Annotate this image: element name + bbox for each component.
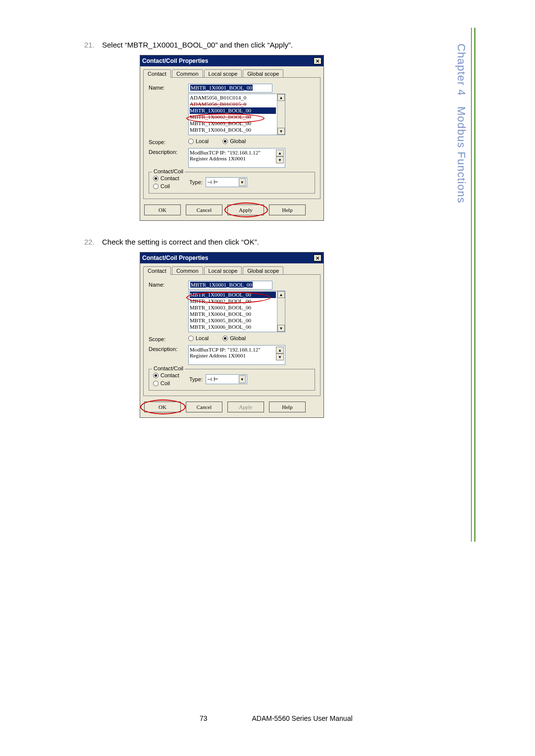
scroll-up-icon[interactable]: ▲ [276,347,284,353]
scope-label: Scope: [149,138,188,145]
type-dropdown[interactable]: ⊣ ⊢ ▼ [206,177,247,187]
help-button[interactable]: Help [269,402,306,412]
dialog-1: Contact/Coil Properties ✕ Contact Common… [140,55,324,221]
tab-global[interactable]: Global scope [243,69,283,78]
step-21: 21. Select “MBTR_1X0001_BOOL_00” and the… [84,41,436,49]
type-label: Type: [189,376,203,382]
type-dropdown[interactable]: ⊣ ⊢ ▼ [206,374,247,384]
tab-common[interactable]: Common [172,266,203,275]
chevron-down-icon[interactable]: ▼ [239,375,246,383]
contact-label: Contact [160,372,179,378]
list-item[interactable]: MBTR_1X0003_BOOL_00 [190,120,276,127]
list-item[interactable]: MBTR_1X0003_BOOL_00 [190,304,276,311]
desc-line: Register Address 1X0001 [190,353,276,358]
scope-local-label: Local [196,138,209,144]
scroll-down-icon[interactable]: ▼ [276,156,284,163]
contact-radio[interactable]: Contact [153,175,179,181]
name-input[interactable]: MBTR_1X0001_BOOL_00 [188,281,272,290]
scope-local-radio[interactable]: Local [188,335,209,341]
desc-textarea[interactable]: ModBusTCP IP: "192.168.1.12" Register Ad… [188,345,285,365]
tab-local[interactable]: Local scope [204,266,242,275]
apply-button[interactable]: Apply [227,204,264,215]
contact-radio[interactable]: Contact [153,372,179,378]
coil-radio[interactable]: Coil [153,380,179,386]
cancel-button[interactable]: Cancel [186,204,222,215]
scope-global-radio[interactable]: Global [222,138,246,144]
fieldset-legend: Contact/Coil [152,168,185,174]
tab-global[interactable]: Global scope [243,266,283,275]
step-text: Select “MBTR_1X0001_BOOL_00” and then cl… [102,41,436,49]
scope-label: Scope: [149,335,188,342]
list-item[interactable]: MBTR_1X0002_BOOL_00 [190,114,276,120]
list-item[interactable]: MBTR_1X0004_BOOL_00 [190,127,276,133]
contact-coil-fieldset: Contact/Coil Contact Coil Type: [149,369,315,391]
list-item[interactable]: MBTR_1X0005_BOOL_00 [190,317,276,324]
list-item[interactable]: MBTR_1X0002_BOOL_00 [190,298,276,304]
coil-radio[interactable]: Coil [153,183,179,189]
desc-label: Description: [149,148,188,155]
step-number: 22. [84,238,102,246]
scroll-down-icon[interactable]: ▼ [277,128,285,135]
side-green-rule [474,28,476,542]
side-chapter-title: Modbus Functions [455,106,468,203]
scope-global-label: Global [230,138,246,144]
scroll-up-icon[interactable]: ▲ [276,150,284,156]
coil-label: Coil [160,380,170,386]
chevron-down-icon[interactable]: ▼ [239,178,246,186]
tab-contact[interactable]: Contact [143,266,171,275]
contact-label: Contact [160,175,179,181]
scope-local-radio[interactable]: Local [188,138,209,144]
close-icon[interactable]: ✕ [314,57,321,64]
name-value: MBTR_1X0001_BOOL_00 [190,85,253,91]
contact-coil-fieldset: Contact/Coil Contact Coil Type: [149,172,315,194]
coil-label: Coil [160,183,170,189]
cancel-button[interactable]: Cancel [186,402,222,412]
scope-global-label: Global [230,335,246,341]
scope-local-label: Local [196,335,209,341]
help-button[interactable]: Help [269,204,306,215]
step-text: Check the setting is correct and then cl… [102,238,436,246]
type-value: ⊣ ⊢ [207,179,218,186]
tabs: Contact Common Local scope Global scope [140,263,323,275]
tabs: Contact Common Local scope Global scope [140,66,323,78]
side-chapter-label: Chapter 4 Modbus Functions [455,44,468,203]
scroll-up-icon[interactable]: ▲ [277,291,285,298]
close-icon[interactable]: ✕ [314,254,321,261]
step-number: 21. [84,41,102,49]
fieldset-legend: Contact/Coil [152,365,185,371]
dialog-titlebar: Contact/Coil Properties ✕ [140,252,323,263]
list-item[interactable]: MBTR_1X0006_BOOL_00 [190,324,276,330]
dialog-title: Contact/Coil Properties [142,57,208,64]
list-item[interactable]: ADAM5056_B01C015_0 [190,101,276,107]
name-input[interactable]: MBTR_1X0001_BOOL_00 [188,84,272,93]
apply-button[interactable]: Apply [227,402,264,412]
tab-common[interactable]: Common [172,69,203,78]
list-item[interactable]: MBTR_1X0001_BOOL_00 [190,107,276,114]
type-value: ⊣ ⊢ [207,376,218,383]
name-label: Name: [149,281,188,288]
page-number: 73 [182,714,207,722]
ok-button[interactable]: OK [144,204,181,215]
scroll-up-icon[interactable]: ▲ [277,94,285,101]
desc-textarea[interactable]: ModBusTCP IP: "192.168.1.12" Register Ad… [188,148,285,168]
name-value: MBTR_1X0001_BOOL_00 [190,282,253,288]
scrollbar[interactable]: ▲ ▼ [277,94,285,135]
name-listbox[interactable]: ADAM5056_B01C014_0 ADAM5056_B01C015_0 MB… [188,94,285,135]
scrollbar[interactable]: ▲ ▼ [277,291,285,332]
tab-contact[interactable]: Contact [143,69,171,78]
desc-label: Description: [149,345,188,352]
name-label: Name: [149,84,188,91]
list-item[interactable]: ADAM5056_B01C014_0 [190,95,276,101]
name-listbox[interactable]: MBTR_1X0001_BOOL_00 MBTR_1X0002_BOOL_00 … [188,291,285,332]
list-item[interactable]: MBTR_1X0001_BOOL_00 [190,292,276,298]
step-22: 22. Check the setting is correct and the… [84,238,436,246]
list-item[interactable]: MBTR_1X0004_BOOL_00 [190,311,276,317]
scroll-down-icon[interactable]: ▼ [277,325,285,332]
scroll-down-icon[interactable]: ▼ [276,353,284,360]
tab-local[interactable]: Local scope [204,69,242,78]
ok-button[interactable]: OK [144,402,181,412]
scope-global-radio[interactable]: Global [222,335,246,341]
dialog-titlebar: Contact/Coil Properties ✕ [140,55,323,66]
manual-title: ADAM-5560 Series User Manual [252,714,352,722]
side-thin-rule [471,28,472,542]
